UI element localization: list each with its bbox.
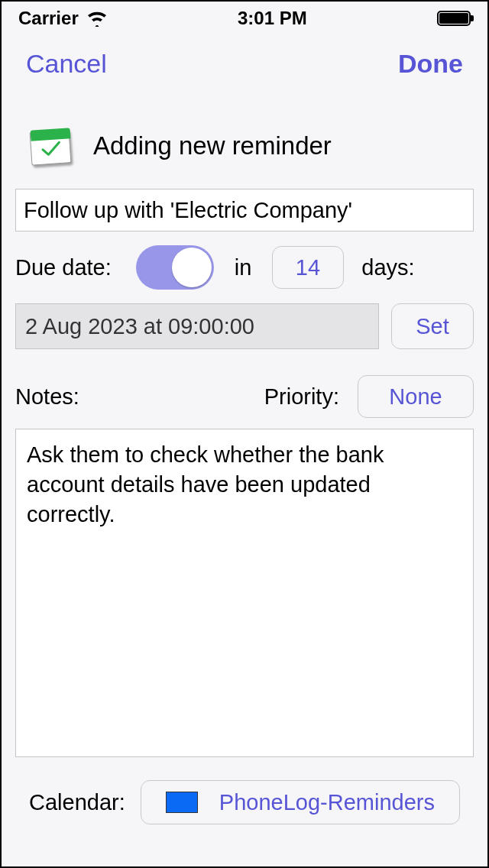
battery-icon — [437, 11, 471, 26]
due-date-toggle[interactable] — [136, 245, 214, 290]
app-screen: Carrier 3:01 PM Cancel Done Ad — [0, 0, 489, 868]
set-button[interactable]: Set — [391, 303, 474, 349]
reminder-title-input[interactable] — [15, 189, 474, 232]
nav-bar: Cancel Done — [2, 35, 487, 102]
due-date-label: Due date: — [15, 255, 122, 280]
due-date-row: Due date: in days: — [15, 232, 474, 300]
status-time: 3:01 PM — [238, 8, 307, 29]
done-button[interactable]: Done — [398, 49, 463, 79]
calendar-row: Calendar: PhoneLog-Reminders — [2, 760, 487, 824]
status-left: Carrier — [18, 8, 108, 29]
carrier-label: Carrier — [18, 8, 79, 29]
notes-label: Notes: — [15, 384, 79, 410]
calendar-name: PhoneLog-Reminders — [219, 790, 435, 815]
page-title: Adding new reminder — [93, 131, 332, 160]
calendar-picker-button[interactable]: PhoneLog-Reminders — [141, 780, 460, 824]
calendar-color-swatch — [166, 792, 198, 813]
wifi-icon — [86, 10, 108, 27]
days-label: days: — [358, 255, 419, 280]
datetime-row: 2 Aug 2023 at 09:00:00 Set — [15, 303, 474, 349]
days-input[interactable] — [272, 246, 344, 289]
datetime-display: 2 Aug 2023 at 09:00:00 — [15, 303, 379, 349]
cancel-button[interactable]: Cancel — [26, 49, 107, 79]
calendar-label: Calendar: — [29, 790, 125, 815]
status-bar: Carrier 3:01 PM — [2, 2, 487, 35]
form-section: Due date: in days: 2 Aug 2023 at 09:00:0… — [2, 189, 487, 760]
reminder-app-icon — [26, 125, 75, 167]
priority-group: Priority: None — [264, 375, 474, 418]
in-label: in — [228, 255, 258, 280]
priority-button[interactable]: None — [358, 375, 474, 418]
notes-priority-row: Notes: Priority: None — [15, 375, 474, 418]
header-row: Adding new reminder — [2, 102, 487, 189]
priority-label: Priority: — [264, 384, 339, 410]
notes-textarea[interactable] — [15, 429, 474, 757]
